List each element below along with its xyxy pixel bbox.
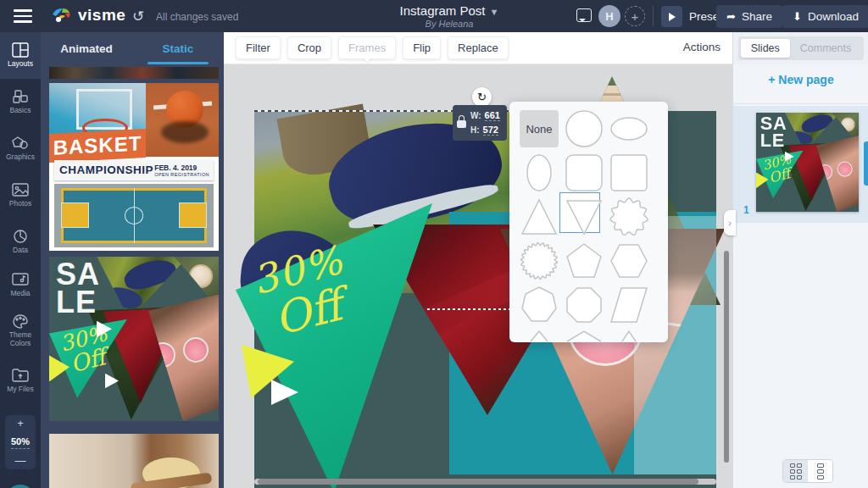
- new-page-button[interactable]: + New page: [733, 73, 868, 86]
- filter-button[interactable]: Filter: [236, 36, 281, 59]
- left-sidebar: Layouts Basics Graphics Photos Data Medi…: [0, 32, 41, 488]
- visme-editor: visme ↺ All changes saved Instagram Post…: [0, 0, 868, 488]
- hamburger-menu-icon[interactable]: [14, 9, 32, 23]
- size-box: W: 661 H: 572: [453, 105, 507, 141]
- height-input[interactable]: 572: [483, 125, 498, 136]
- visme-logo-text: visme: [78, 6, 125, 25]
- frame-shape-option-partial[interactable]: [519, 329, 559, 342]
- active-slide-indicator: [864, 141, 868, 186]
- frame-square-option[interactable]: [609, 152, 649, 193]
- vertical-scrollbar[interactable]: [724, 251, 729, 463]
- frame-shape-option-partial[interactable]: [564, 329, 604, 342]
- top-bar: visme ↺ All changes saved Instagram Post…: [0, 0, 868, 32]
- pages-panel: Slides Comments + New page 1 SALE 30%: [732, 32, 868, 488]
- sale-collage: SALE 30% Off: [49, 257, 219, 421]
- frame-triangle-up-option[interactable]: [519, 197, 559, 237]
- slide-number: 1: [743, 204, 749, 216]
- template-thumbnail-basketball[interactable]: BASKET CHAMPIONSHIP FEB. 4. 2019 OPEN RE…: [49, 83, 219, 251]
- frame-none-option[interactable]: None: [520, 110, 559, 147]
- tab-static[interactable]: Static: [132, 32, 224, 64]
- flip-button[interactable]: Flip: [403, 36, 441, 59]
- slide-row: 1 SALE 30% Off: [733, 106, 868, 223]
- undo-icon[interactable]: ↺: [132, 8, 144, 25]
- list-view-button[interactable]: [808, 460, 832, 482]
- data-pie-icon: [12, 229, 29, 244]
- sidebar-item-layouts[interactable]: Layouts: [0, 32, 41, 79]
- template-thumbnail-partial[interactable]: [49, 67, 219, 79]
- pages-panel-header: Slides Comments: [733, 32, 868, 64]
- visme-logo-icon: [51, 6, 73, 25]
- replace-button[interactable]: Replace: [448, 36, 509, 59]
- lock-icon[interactable]: [457, 119, 466, 130]
- zoom-out-button[interactable]: —: [15, 457, 26, 465]
- play-icon: [661, 6, 682, 27]
- frame-scalloped-circle-option[interactable]: [609, 197, 649, 237]
- view-toggles: [782, 459, 833, 483]
- frame-pentagon-option[interactable]: [564, 241, 604, 281]
- divider: [733, 103, 868, 104]
- basketball-photo: [146, 83, 219, 157]
- download-cloud-icon: ⬇: [793, 10, 802, 23]
- sidebar-item-graphics[interactable]: Graphics: [0, 125, 41, 172]
- template-thumbnail-baking[interactable]: [49, 434, 219, 488]
- frame-circle-option[interactable]: [564, 108, 604, 149]
- slide-thumbnail[interactable]: SALE 30% Off: [756, 113, 859, 212]
- document-title-block[interactable]: Instagram Post▼ By Heleana: [356, 3, 542, 29]
- topbar-divider: [653, 6, 654, 26]
- grid-view-icon: [790, 463, 802, 480]
- tab-animated[interactable]: Animated: [41, 32, 132, 64]
- frame-parallelogram-option[interactable]: [609, 285, 649, 325]
- add-collaborator-button[interactable]: +: [625, 6, 645, 26]
- frame-heptagon-option[interactable]: [519, 285, 559, 325]
- frames-button[interactable]: Frames: [338, 36, 396, 59]
- frame-shape-option-partial[interactable]: [609, 329, 649, 342]
- sidebar-item-basics[interactable]: Basics: [0, 79, 41, 125]
- frame-ellipse-vertical-option[interactable]: [519, 152, 559, 193]
- media-icon: [12, 272, 29, 287]
- frame-rounded-square-option[interactable]: [564, 152, 604, 193]
- template-thumbnail-sale[interactable]: SALE 30% Off: [49, 257, 219, 421]
- tab-comments[interactable]: Comments: [790, 39, 861, 58]
- share-arrow-icon: ➦: [726, 10, 736, 23]
- chevron-down-icon: ▼: [490, 7, 499, 17]
- tab-slides[interactable]: Slides: [741, 39, 790, 58]
- crop-button[interactable]: Crop: [287, 36, 331, 59]
- panel-collapse-tab[interactable]: ›: [724, 210, 736, 236]
- zoom-level[interactable]: 50%: [11, 436, 30, 449]
- document-byline: By Heleana: [356, 19, 542, 29]
- sidebar-item-theme-colors[interactable]: Theme Colors: [0, 305, 41, 356]
- actions-button[interactable]: Actions: [683, 41, 721, 53]
- sidebar-item-photos[interactable]: Photos: [0, 172, 41, 219]
- frame-seal-circle-option[interactable]: [519, 241, 559, 281]
- visme-logo[interactable]: visme: [51, 6, 125, 25]
- basket-banner: BASKET: [49, 129, 146, 163]
- frame-ellipse-horizontal-option[interactable]: [609, 108, 649, 149]
- grid-view-button[interactable]: [783, 460, 808, 482]
- frame-hexagon-option[interactable]: [609, 241, 649, 281]
- sidebar-item-media[interactable]: Media: [0, 262, 41, 308]
- layouts-panel: Animated Static BASKET CHAMPIONSHIP FEB.…: [41, 32, 224, 488]
- canvas-area: Filter Crop Frames Flip Replace Actions …: [224, 32, 732, 488]
- save-status: All changes saved: [156, 11, 238, 23]
- sidebar-item-data[interactable]: Data: [0, 219, 41, 265]
- sale-text-line2: LE: [56, 288, 100, 316]
- frame-octagon-option[interactable]: [564, 285, 604, 325]
- document-title[interactable]: Instagram Post: [400, 3, 486, 18]
- graphics-shapes-icon: [12, 136, 29, 151]
- basics-blocks-icon: [12, 89, 29, 104]
- share-button[interactable]: ➦ Share: [716, 5, 782, 28]
- download-button[interactable]: ⬇ Download: [782, 5, 868, 28]
- frame-triangle-down-option-selected[interactable]: [564, 197, 604, 237]
- sidebar-item-my-files[interactable]: My Files: [0, 358, 41, 404]
- avatar[interactable]: H: [598, 5, 620, 27]
- help-button[interactable]: ?: [6, 485, 35, 488]
- width-input[interactable]: 661: [485, 110, 500, 121]
- horizontal-scrollbar[interactable]: [258, 479, 698, 485]
- sale-collage: SALE 30% Off: [756, 113, 859, 212]
- comment-icon[interactable]: [576, 8, 592, 22]
- zoom-widget: + 50% —: [5, 415, 36, 469]
- zoom-in-button[interactable]: +: [17, 419, 24, 428]
- list-view-icon: [817, 463, 824, 480]
- rotate-handle-icon[interactable]: ↻: [472, 87, 492, 107]
- theme-colors-palette-icon: [12, 313, 29, 329]
